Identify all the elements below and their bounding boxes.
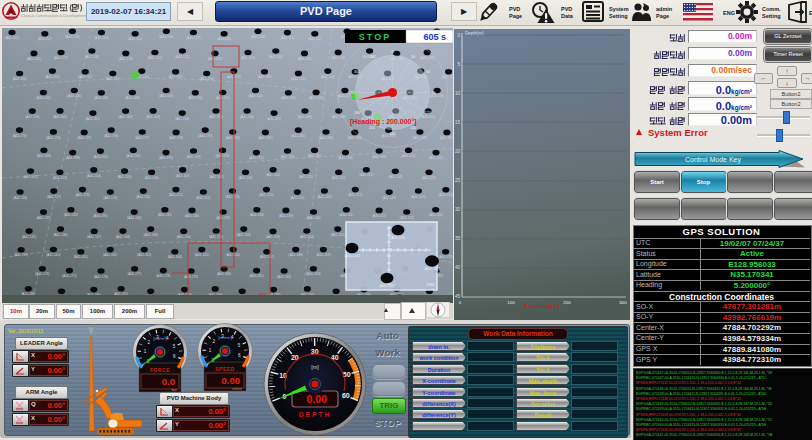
- svg-text:200: 200: [563, 300, 571, 305]
- svg-text:(A40-102): (A40-102): [38, 37, 52, 41]
- svg-text:(A41-117): (A41-117): [54, 56, 68, 60]
- svg-text:(A41-106): (A41-106): [145, 176, 159, 180]
- svg-text:0.00: 0.00: [222, 375, 241, 386]
- svg-text:(A40-198): (A40-198): [338, 156, 352, 160]
- svg-text:(A42-180): (A42-180): [226, 136, 240, 140]
- svg-text:(A41-150): (A41-150): [177, 235, 191, 239]
- svg-text:(A42-120): (A42-120): [136, 195, 150, 199]
- svg-text:PVD: PVD: [509, 6, 520, 12]
- svg-text:(A42-159): (A42-159): [14, 253, 28, 257]
- svg-text:330: 330: [369, 55, 375, 59]
- svg-text:(A42-182): (A42-182): [291, 134, 305, 138]
- svg-text:150: 150: [410, 126, 416, 130]
- svg-text:(A40-194): (A40-194): [216, 154, 230, 158]
- svg-text:Page: Page: [509, 13, 522, 19]
- svg-text:(A41-118): (A41-118): [85, 55, 99, 59]
- svg-text:(A40-106): (A40-106): [159, 35, 173, 39]
- svg-text:(A41-129): (A41-129): [420, 56, 434, 60]
- svg-text:(A41-113): (A41-113): [359, 173, 373, 177]
- svg-text:(A42-167): (A42-167): [260, 255, 274, 259]
- svg-text:(A41-154): (A41-154): [300, 235, 314, 239]
- svg-text:Page: Page: [656, 13, 669, 19]
- svg-text:(A40-140): (A40-140): [306, 216, 320, 220]
- svg-text:(A41-111): (A41-111): [299, 175, 313, 179]
- svg-text:(A41-166): (A41-166): [240, 115, 254, 119]
- svg-text:(A42-178): (A42-178): [169, 136, 183, 140]
- svg-text:35: 35: [455, 236, 461, 241]
- svg-text:(A42-118): (A42-118): [76, 193, 90, 197]
- svg-text:(A40-153): (A40-153): [281, 96, 295, 100]
- svg-text:(A40-131): (A40-131): [36, 216, 50, 220]
- svg-text:(A41-105): (A41-105): [117, 175, 131, 179]
- svg-text:(A42-138): (A42-138): [257, 75, 271, 79]
- svg-text:(A42-123): (A42-123): [225, 195, 239, 199]
- svg-text:(A42-174): (A42-174): [46, 136, 60, 140]
- svg-text:(A42-187): (A42-187): [440, 136, 453, 140]
- svg-text:STOP: STOP: [359, 32, 391, 42]
- svg-text:[kN/m²]: [kN/m²]: [153, 336, 167, 341]
- svg-text:210: 210: [369, 126, 375, 130]
- svg-text:(A42-127): (A42-127): [348, 193, 362, 197]
- svg-text:(A40-193): (A40-193): [186, 155, 200, 159]
- svg-text:300: 300: [354, 70, 360, 74]
- svg-text:(A41-120): (A41-120): [148, 56, 162, 60]
- svg-text:(A40-138): (A40-138): [250, 213, 264, 217]
- svg-text:(A40-137): (A40-137): [216, 216, 230, 220]
- svg-text:Control Mode Key: Control Mode Key: [685, 156, 742, 164]
- svg-text:40: 40: [455, 265, 461, 270]
- svg-text:45: 45: [455, 294, 461, 299]
- svg-text:(A40-136): (A40-136): [185, 214, 199, 218]
- svg-text:(A41-125): (A41-125): [297, 57, 311, 61]
- svg-text:120: 120: [425, 111, 431, 115]
- svg-text:(A42-126): (A42-126): [317, 195, 331, 199]
- svg-text:(A40-179): (A40-179): [184, 275, 198, 279]
- svg-text:(A40-134): (A40-134): [127, 216, 141, 220]
- svg-text:admin: admin: [656, 6, 673, 12]
- svg-text:[m/min]: [m/min]: [218, 335, 232, 340]
- svg-text:30: 30: [455, 207, 461, 212]
- svg-text:30: 30: [311, 348, 319, 355]
- svg-text:20: 20: [455, 149, 461, 154]
- svg-text:(A40-101): (A40-101): [5, 36, 19, 40]
- svg-text:(A41-126): (A41-126): [331, 56, 345, 60]
- svg-text:(A41-116): (A41-116): [27, 57, 41, 61]
- svg-text:(A41-107): (A41-107): [176, 174, 190, 178]
- svg-text:(A40-191): (A40-191): [126, 154, 140, 158]
- svg-text:(A40-104): (A40-104): [94, 36, 108, 40]
- svg-text:0.00: 0.00: [307, 393, 328, 405]
- svg-text:(A42-173): (A42-173): [12, 134, 26, 138]
- svg-text:(A40-144): (A40-144): [429, 213, 443, 217]
- svg-text:(A42-166): (A42-166): [226, 253, 240, 257]
- svg-text:(A42-168): (A42-168): [289, 253, 303, 257]
- svg-text:20M: 20M: [426, 282, 434, 287]
- svg-text:(A42-140): (A42-140): [321, 75, 335, 79]
- svg-text:(A40-180): (A40-180): [217, 272, 231, 276]
- svg-text:(A42-124): (A42-124): [259, 193, 273, 197]
- svg-text:(A41-147): (A41-147): [87, 235, 101, 239]
- svg-text:(A42-136): (A42-136): [200, 77, 214, 81]
- svg-text:(A40-149): (A40-149): [159, 94, 173, 98]
- svg-text:(A41-115): (A41-115): [422, 176, 436, 180]
- svg-text:(A41-114): (A41-114): [388, 175, 402, 179]
- svg-text:(A41-121): (A41-121): [175, 55, 189, 59]
- svg-text:(A40-174): (A40-174): [35, 272, 49, 276]
- svg-text:(A40-109): (A40-109): [251, 35, 265, 39]
- svg-text:(A42-128): (A42-128): [382, 196, 396, 200]
- svg-text:(A42-125): (A42-125): [290, 196, 304, 200]
- svg-text:(A40-196): (A40-196): [280, 155, 294, 159]
- svg-text:Data: Data: [561, 13, 574, 19]
- svg-text:(A40-110): (A40-110): [280, 36, 294, 40]
- svg-text:(A42-130): (A42-130): [13, 77, 27, 81]
- svg-text:(A40-152): (A40-152): [248, 94, 262, 98]
- svg-text:Setting: Setting: [609, 13, 628, 19]
- svg-text:(A40-181): (A40-181): [250, 274, 264, 278]
- svg-text:(A40-145): (A40-145): [36, 96, 50, 100]
- svg-text:(A41-153): (A41-153): [266, 235, 280, 239]
- svg-text:(A40-151): (A40-151): [216, 96, 230, 100]
- svg-text:(A41-159): (A41-159): [25, 115, 39, 119]
- svg-text:(A40-192): (A40-192): [159, 156, 173, 160]
- svg-text:(A42-176): (A42-176): [104, 134, 118, 138]
- svg-text:(A42-163): (A42-163): [137, 253, 151, 257]
- svg-text:(A40-177): (A40-177): [128, 272, 142, 276]
- svg-text:(A40-105): (A40-105): [390, 236, 405, 240]
